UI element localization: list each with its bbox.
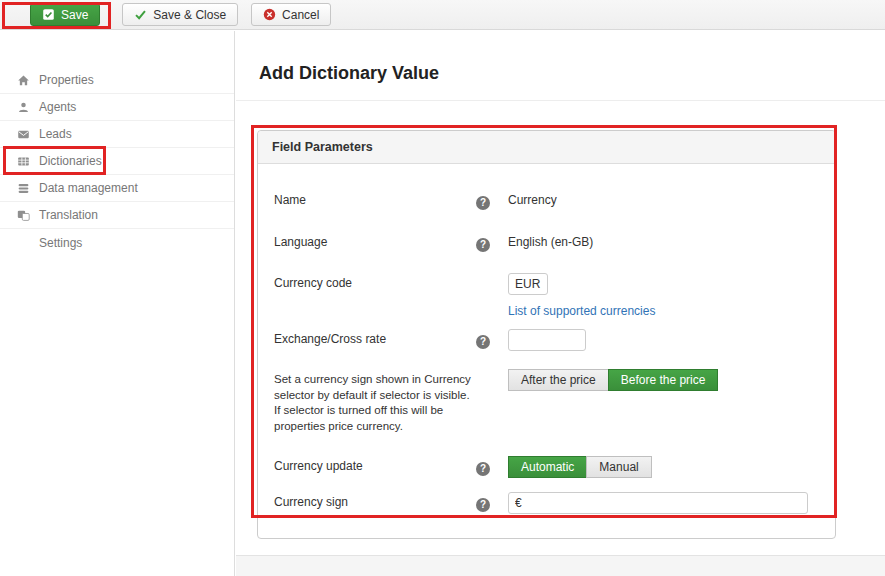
sidebar-item-dictionaries[interactable]: Dictionaries: [0, 148, 234, 175]
field-row-sign-position: Set a currency sign shown in Currency se…: [274, 369, 819, 434]
stack-icon: [16, 181, 30, 195]
sidebar-item-label: Leads: [39, 127, 72, 141]
panel-title: Field Parameters: [258, 131, 835, 164]
sidebar-item-translation[interactable]: Translation: [0, 202, 234, 229]
language-value: English (en-GB): [508, 232, 593, 249]
sign-position-toggle: After the price Before the price: [508, 369, 718, 391]
cancel-button[interactable]: Cancel: [251, 3, 331, 26]
currency-update-toggle: Automatic Manual: [508, 456, 652, 478]
exchange-rate-label: Exchange/Cross rate: [274, 329, 476, 348]
panel-body: Name ? Currency Language ? English (en-G…: [258, 164, 835, 538]
save-close-button-label: Save & Close: [153, 8, 226, 22]
after-the-price-button[interactable]: After the price: [508, 369, 609, 391]
before-the-price-button[interactable]: Before the price: [608, 369, 719, 391]
user-icon: [16, 100, 30, 114]
help-icon[interactable]: ?: [476, 498, 490, 512]
currency-code-input[interactable]: [508, 273, 548, 295]
currency-code-label: Currency code: [274, 273, 476, 292]
language-label: Language: [274, 232, 476, 251]
sidebar-item-settings[interactable]: Settings: [0, 229, 234, 256]
help-icon[interactable]: ?: [476, 238, 490, 252]
field-parameters-panel: Field Parameters Name ? Currency Languag…: [257, 130, 836, 539]
currency-sign-label: Currency sign: [274, 492, 476, 511]
save-button-label: Save: [61, 8, 88, 22]
help-icon[interactable]: ?: [476, 462, 490, 476]
supported-currencies-link[interactable]: List of supported currencies: [508, 304, 655, 318]
currency-update-label: Currency update: [274, 456, 476, 475]
sidebar-item-label: Properties: [39, 73, 94, 87]
sidebar-item-label: Agents: [39, 100, 76, 114]
save-icon: [42, 8, 55, 21]
save-close-button[interactable]: Save & Close: [122, 3, 238, 26]
sidebar-item-properties[interactable]: Properties: [0, 67, 234, 94]
envelope-icon: [16, 127, 30, 141]
cancel-button-label: Cancel: [282, 8, 319, 22]
field-row-exchange-rate: Exchange/Cross rate ?: [274, 329, 819, 351]
sidebar-item-label: Data management: [39, 181, 138, 195]
exchange-rate-input[interactable]: [508, 329, 586, 351]
app-window: Save Save & Close Cancel Properties: [0, 0, 885, 576]
sidebar-item-data-management[interactable]: Data management: [0, 175, 234, 202]
field-row-language: Language ? English (en-GB): [274, 232, 819, 252]
sign-position-label: Set a currency sign shown in Currency se…: [274, 369, 476, 434]
home-icon: [16, 73, 30, 87]
save-button[interactable]: Save: [30, 3, 100, 26]
translation-icon: [16, 208, 30, 222]
sidebar-item-label: Settings: [39, 236, 82, 250]
name-value: Currency: [508, 190, 557, 207]
sidebar: Properties Agents Leads Dictionaries Dat…: [0, 31, 235, 576]
sidebar-item-label: Dictionaries: [39, 154, 102, 168]
check-icon: [134, 8, 147, 21]
main-content: Add Dictionary Value Field Parameters Na…: [236, 31, 885, 576]
currency-sign-input[interactable]: [508, 492, 808, 514]
footer-strip: [236, 555, 885, 576]
toolbar: Save Save & Close Cancel: [0, 0, 885, 30]
manual-button[interactable]: Manual: [586, 456, 651, 478]
field-row-currency-code: Currency code List of supported currenci…: [274, 273, 819, 319]
name-label: Name: [274, 190, 476, 209]
automatic-button[interactable]: Automatic: [508, 456, 587, 478]
field-row-currency-update: Currency update ? Automatic Manual: [274, 456, 819, 478]
help-icon[interactable]: ?: [476, 335, 490, 349]
field-row-currency-sign: Currency sign ?: [274, 492, 819, 514]
sidebar-item-agents[interactable]: Agents: [0, 94, 234, 121]
help-icon[interactable]: ?: [476, 196, 490, 210]
sidebar-item-label: Translation: [39, 208, 98, 222]
cancel-circle-x-icon: [263, 8, 276, 21]
page-title: Add Dictionary Value: [259, 63, 861, 84]
field-row-name: Name ? Currency: [274, 190, 819, 210]
table-grid-icon: [16, 154, 30, 168]
sidebar-item-leads[interactable]: Leads: [0, 121, 234, 148]
main-header: Add Dictionary Value: [236, 31, 885, 101]
